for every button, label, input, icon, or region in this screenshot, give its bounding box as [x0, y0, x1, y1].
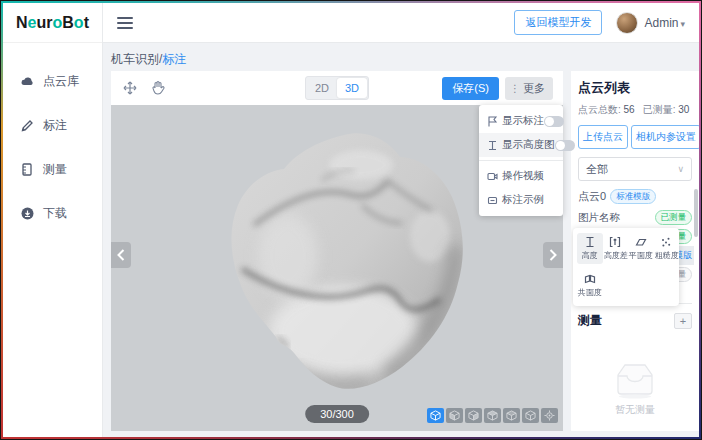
stat-label: 已测量: — [643, 104, 676, 115]
menu-item-annotation-example[interactable]: 标注示例 — [479, 188, 563, 212]
height-tool-icon — [584, 236, 596, 248]
pen-icon — [20, 118, 35, 133]
breadcrumb: 机车识别/标注 — [111, 49, 697, 69]
heightmap-icon — [487, 140, 498, 151]
pointcloud-group-row[interactable]: 点云0 标准模版 — [578, 189, 692, 204]
chevron-down-icon: ∨ — [677, 164, 684, 174]
template-badge: 标准模版 — [610, 189, 656, 204]
hand-pan-icon[interactable] — [149, 79, 167, 97]
show-annotations-toggle[interactable] — [544, 116, 564, 127]
cloud-icon — [20, 74, 35, 89]
vertical-dots-icon: ⋮ — [510, 83, 520, 94]
breadcrumb-parent[interactable]: 机车识别 — [111, 52, 159, 66]
stat-total: 点云总数: 56 — [578, 103, 635, 117]
logo-gear-letter: e — [28, 14, 37, 32]
stat-value: 30 — [678, 104, 689, 115]
menu-item-show-annotations[interactable]: 显示标注 — [479, 109, 563, 133]
show-heightmap-toggle[interactable] — [555, 140, 575, 151]
more-dropdown-menu: 显示标注 显示高度图 — [479, 105, 563, 216]
point-cloud-list-panel: 点云列表 点云总数: 56 已测量: 30 上传点云 相机内参设置 全部 ∨ — [571, 71, 699, 431]
view-orientation-bar — [427, 408, 558, 423]
workspace: 2D 3D 保存(S) ⋮更多 — [111, 71, 697, 431]
measure-icon — [20, 162, 35, 177]
logo-gear-letter: o — [74, 14, 84, 32]
list-scrollbar-thumb[interactable] — [694, 189, 698, 237]
collapse-menu-icon[interactable] — [117, 14, 133, 32]
tool-coplanarity[interactable]: 共面度 — [577, 270, 603, 301]
sidebar-item-annotate[interactable]: 标注 — [3, 103, 102, 147]
measure-empty-state: 暂无测量 — [571, 361, 699, 417]
tool-height[interactable]: 高度 — [577, 233, 603, 264]
logo-part: t — [84, 14, 89, 32]
logo-part: B — [62, 14, 74, 32]
measured-badge: 已测量 — [655, 210, 693, 225]
save-button[interactable]: 保存(S) — [442, 77, 499, 100]
tool-label: 平面度 — [629, 250, 653, 261]
back-to-model-dev-button[interactable]: 返回模型开发 — [514, 10, 602, 35]
prev-arrow-button[interactable] — [111, 242, 131, 268]
menu-item-label: 标注示例 — [502, 193, 555, 207]
logo-part: N — [16, 14, 28, 32]
app-logo: NeuroBot — [3, 3, 102, 43]
point-cloud-stats: 点云总数: 56 已测量: 30 — [578, 103, 692, 117]
more-label: 更多 — [523, 82, 545, 94]
user-name: Admin — [644, 16, 678, 30]
view-2d-button[interactable]: 2D — [307, 78, 337, 98]
view-cube-left-button[interactable] — [484, 408, 501, 423]
stat-label: 点云总数: — [578, 104, 621, 115]
empty-inbox-icon — [609, 361, 661, 399]
tool-roughness[interactable]: 粗糙度 — [654, 233, 680, 264]
sidebar-item-pointcloud-library[interactable]: 点云库 — [3, 59, 102, 103]
height-diff-tool-icon — [609, 236, 621, 248]
tool-label: 高度 — [582, 250, 598, 261]
tool-flatness[interactable]: 平面度 — [628, 233, 654, 264]
menu-item-show-heightmap[interactable]: 显示高度图 — [479, 133, 563, 157]
next-arrow-button[interactable] — [543, 242, 563, 268]
sidebar-item-measure[interactable]: 测量 — [3, 147, 102, 191]
tool-label: 高度差 — [603, 250, 627, 261]
more-button[interactable]: ⋮更多 — [505, 77, 553, 100]
menu-item-label: 显示高度图 — [502, 138, 555, 152]
locate-reset-view-button[interactable] — [541, 408, 558, 423]
download-icon — [20, 206, 35, 221]
menu-item-tutorial-video[interactable]: 操作视频 — [479, 164, 563, 188]
roughness-tool-icon — [660, 236, 672, 248]
tool-height-diff[interactable]: 高度差 — [603, 233, 629, 264]
sidebar-item-label: 标注 — [43, 117, 67, 134]
main-column: 返回模型开发 Admin▾ 机车识别/标注 — [103, 3, 699, 437]
view-3d-button[interactable]: 3D — [337, 78, 367, 98]
screenshot-frame: NeuroBot 点云库 标注 测量 — [0, 0, 702, 440]
move-tool-icon[interactable] — [121, 79, 139, 97]
view-cube-iso-button[interactable] — [427, 408, 444, 423]
group-name: 点云0 — [578, 189, 606, 204]
tool-label: 粗糙度 — [654, 250, 678, 261]
user-menu[interactable]: Admin▾ — [644, 16, 685, 30]
viewer-toolbar: 2D 3D 保存(S) ⋮更多 — [111, 71, 563, 105]
filter-select[interactable]: 全部 ∨ — [578, 157, 692, 181]
view-mode-switch: 2D 3D — [305, 76, 369, 100]
app-window: NeuroBot 点云库 标注 测量 — [3, 3, 699, 437]
logo-part: ur — [37, 14, 53, 32]
stat-measured: 已测量: 30 — [643, 103, 690, 117]
top-header: 返回模型开发 Admin▾ — [103, 3, 699, 43]
flag-icon — [487, 116, 498, 127]
menu-item-label: 显示标注 — [502, 114, 544, 128]
camera-params-button[interactable]: 相机内参设置 — [631, 125, 699, 149]
panel-title: 点云列表 — [578, 79, 692, 97]
user-avatar[interactable] — [616, 12, 638, 34]
upload-pointcloud-button[interactable]: 上传点云 — [578, 125, 628, 149]
menu-item-label: 操作视频 — [502, 169, 555, 183]
sidebar-item-label: 下载 — [43, 205, 67, 222]
view-cube-back-button[interactable] — [465, 408, 482, 423]
sidebar-item-label: 点云库 — [43, 73, 79, 90]
view-cube-top-button[interactable] — [522, 408, 539, 423]
sidebar-nav: 点云库 标注 测量 下载 — [3, 43, 102, 235]
view-cube-front-button[interactable] — [446, 408, 463, 423]
rainbow-border: NeuroBot 点云库 标注 测量 — [1, 1, 701, 439]
sidebar-item-download[interactable]: 下载 — [3, 191, 102, 235]
add-measurement-button[interactable]: + — [674, 313, 692, 329]
sidebar: NeuroBot 点云库 标注 测量 — [3, 3, 103, 437]
chevron-down-icon: ▾ — [680, 19, 685, 29]
view-cube-right-button[interactable] — [503, 408, 520, 423]
image-list-item[interactable]: 图片名称 已测量 — [576, 208, 694, 227]
